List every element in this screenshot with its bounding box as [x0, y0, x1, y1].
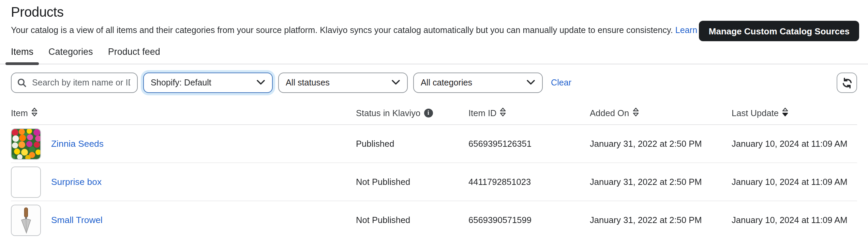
- status-cell: Published: [356, 139, 468, 149]
- item-search: [11, 73, 138, 93]
- sort-icon: [500, 107, 506, 118]
- column-label: Item ID: [468, 108, 497, 118]
- column-header-last-update[interactable]: Last Update: [732, 107, 857, 118]
- status-cell: Not Published: [356, 215, 468, 225]
- product-name-link[interactable]: Small Trowel: [51, 215, 103, 225]
- column-header-status[interactable]: Status in Klaviyo i: [356, 108, 468, 118]
- chevron-down-icon: [526, 78, 535, 88]
- item-cell: Zinnia Seeds: [11, 128, 356, 159]
- clear-filters-link[interactable]: Clear: [551, 78, 571, 88]
- chevron-down-icon: [256, 78, 265, 88]
- page-description-text: Your catalog is a view of all items and …: [11, 26, 673, 35]
- product-thumbnail-trowel: [11, 204, 41, 236]
- tab-items[interactable]: Items: [5, 47, 39, 64]
- added-on-cell: January 31, 2022 at 2:50 PM: [590, 139, 732, 149]
- info-icon[interactable]: i: [424, 108, 433, 117]
- column-header-item[interactable]: Item: [11, 107, 356, 118]
- table-row: Zinnia Seeds Published 6569395126351 Jan…: [11, 125, 857, 163]
- table-header: Item Status in Klaviyo i Item ID Added O…: [11, 101, 857, 125]
- source-dropdown[interactable]: Shopify: Default: [143, 73, 273, 93]
- source-dropdown-value: Shopify: Default: [151, 78, 211, 88]
- product-name-link[interactable]: Zinnia Seeds: [51, 139, 104, 149]
- column-label: Status in Klaviyo: [356, 108, 420, 118]
- item-id-cell: 4411792851023: [468, 177, 590, 187]
- last-update-cell: January 10, 2024 at 11:09 AM: [732, 139, 857, 149]
- column-label: Item: [11, 108, 28, 118]
- page-title: Products: [11, 4, 857, 20]
- sort-icon: [31, 107, 38, 118]
- column-label: Last Update: [732, 108, 779, 118]
- chevron-down-icon: [391, 78, 400, 88]
- manage-custom-catalog-sources-button[interactable]: Manage Custom Catalog Sources: [699, 21, 859, 41]
- category-dropdown-value: All categories: [421, 78, 472, 88]
- column-label: Added On: [590, 108, 629, 118]
- product-thumbnail-zinnia: [11, 128, 41, 159]
- item-id-cell: 6569395126351: [468, 139, 590, 149]
- item-cell: Small Trowel: [11, 204, 356, 236]
- last-update-cell: January 10, 2024 at 11:09 AM: [732, 177, 857, 187]
- item-cell: Surprise box: [11, 166, 356, 198]
- column-header-item-id[interactable]: Item ID: [468, 107, 590, 118]
- sort-icon: [632, 107, 639, 118]
- product-thumbnail-blank: [11, 166, 41, 198]
- search-icon: [17, 78, 27, 88]
- refresh-button[interactable]: [837, 73, 857, 93]
- refresh-icon: [841, 77, 853, 89]
- sort-icon-desc: [782, 107, 788, 118]
- search-input[interactable]: [31, 77, 132, 88]
- product-name-link[interactable]: Surprise box: [51, 177, 102, 187]
- tab-categories[interactable]: Categories: [43, 47, 99, 64]
- table-row: Surprise box Not Published 4411792851023…: [11, 163, 857, 201]
- added-on-cell: January 31, 2022 at 2:50 PM: [590, 215, 732, 225]
- category-dropdown[interactable]: All categories: [413, 73, 543, 93]
- table-row: Small Trowel Not Published 6569390571599…: [11, 201, 857, 237]
- table-body: Zinnia Seeds Published 6569395126351 Jan…: [11, 125, 857, 237]
- status-dropdown[interactable]: All statuses: [278, 73, 408, 93]
- item-id-cell: 6569390571599: [468, 215, 590, 225]
- status-dropdown-value: All statuses: [286, 78, 330, 88]
- tab-bar: Items Categories Product feed: [0, 47, 868, 64]
- added-on-cell: January 31, 2022 at 2:50 PM: [590, 177, 732, 187]
- status-cell: Not Published: [356, 177, 468, 187]
- tab-product-feed[interactable]: Product feed: [103, 47, 166, 64]
- products-page: Products Your catalog is a view of all i…: [0, 0, 868, 237]
- last-update-cell: January 10, 2024 at 11:09 AM: [732, 215, 857, 225]
- column-header-added-on[interactable]: Added On: [590, 107, 732, 118]
- filter-bar: Shopify: Default All statuses All catego…: [11, 73, 857, 93]
